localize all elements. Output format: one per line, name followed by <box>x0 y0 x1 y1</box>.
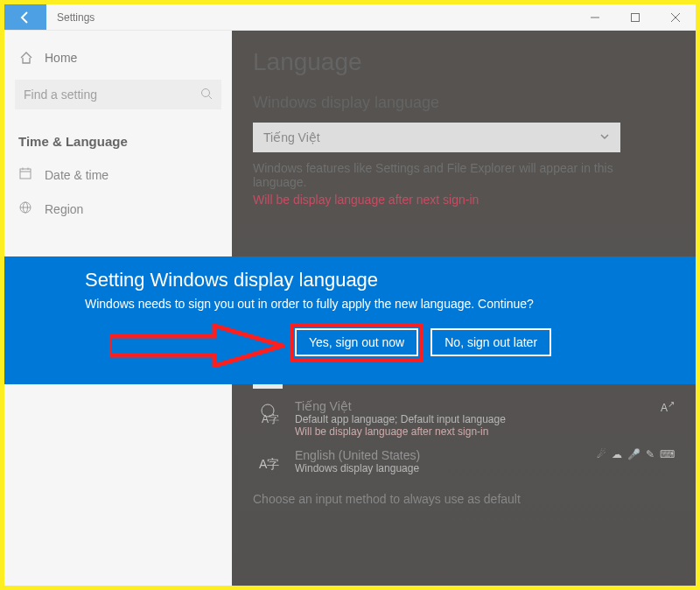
language-name: Tiếng Việt <box>295 399 506 413</box>
home-icon <box>18 50 34 66</box>
search-input[interactable]: Find a setting <box>15 80 221 109</box>
language-glyph-icon: A字 <box>253 448 283 478</box>
language-feature-icons: A↗ <box>661 399 675 414</box>
search-placeholder: Find a setting <box>24 88 200 102</box>
keyboard-icon: ⌨ <box>660 448 675 460</box>
page-title: Language <box>253 48 675 76</box>
svg-point-2 <box>202 88 210 96</box>
close-button[interactable] <box>655 4 696 30</box>
chevron-down-icon <box>599 130 610 144</box>
svg-text:A字: A字 <box>262 413 279 425</box>
no-signout-button[interactable]: No, sign out later <box>430 328 551 356</box>
titlebar: Settings <box>4 4 696 31</box>
display-language-dropdown[interactable]: Tiếng Việt <box>253 123 620 152</box>
speech-icon: 🎤 <box>627 448 640 460</box>
display-icon: ☄ <box>597 448 606 460</box>
section-display-language: Windows display language <box>253 94 675 112</box>
sidebar-item-region[interactable]: Region <box>4 192 232 226</box>
dialog-title: Setting Windows display language <box>85 269 696 291</box>
sidebar-item-datetime[interactable]: Date & time <box>4 158 232 192</box>
minimize-button[interactable] <box>575 4 615 30</box>
language-warning: Will be display language after next sign… <box>295 425 506 438</box>
back-button[interactable] <box>4 4 46 30</box>
language-item-english[interactable]: A字 English (United States) Windows displ… <box>253 448 675 478</box>
dialog-message: Windows needs to sign you out in order t… <box>85 297 696 311</box>
dropdown-value: Tiếng Việt <box>263 130 320 144</box>
window-title: Settings <box>46 4 575 30</box>
sidebar-home-label: Home <box>45 51 77 65</box>
svg-rect-4 <box>20 169 31 179</box>
svg-line-3 <box>209 95 213 99</box>
yes-signout-button[interactable]: Yes, sign out now <box>295 328 418 356</box>
tts-icon: A↗ <box>661 399 675 414</box>
language-subtitle: Windows display language <box>295 462 420 474</box>
annotation-arrow <box>109 324 284 368</box>
sidebar-home[interactable]: Home <box>4 41 232 74</box>
language-feature-icons: ☄ ☁ 🎤 ✎ ⌨ <box>597 448 675 460</box>
display-language-warning: Will be display language after next sign… <box>253 193 675 207</box>
footer-text: Choose an input method to always use as … <box>253 492 620 506</box>
maximize-button[interactable] <box>615 4 655 30</box>
display-language-desc: Windows features like Settings and File … <box>253 161 620 189</box>
globe-icon <box>18 200 32 217</box>
settings-window: Settings Home Find a setting <box>4 4 696 586</box>
signout-dialog: Setting Windows display language Windows… <box>4 256 696 384</box>
svg-text:A字: A字 <box>259 457 279 471</box>
language-glyph-icon: A字 <box>253 399 283 429</box>
calendar-icon <box>18 166 32 183</box>
tts-icon: ☁ <box>612 448 622 460</box>
sidebar-heading: Time & Language <box>4 118 232 158</box>
search-icon <box>200 88 213 102</box>
language-name: English (United States) <box>295 448 420 462</box>
svg-rect-1 <box>632 13 640 21</box>
language-subtitle: Default app language; Default input lang… <box>295 413 506 425</box>
sidebar-item-label: Date & time <box>45 168 108 182</box>
language-item-vietnamese[interactable]: A字 Tiếng Việt Default app language; Defa… <box>253 399 675 438</box>
svg-marker-14 <box>109 326 283 366</box>
handwriting-icon: ✎ <box>646 448 654 460</box>
sidebar-item-label: Region <box>45 202 83 216</box>
